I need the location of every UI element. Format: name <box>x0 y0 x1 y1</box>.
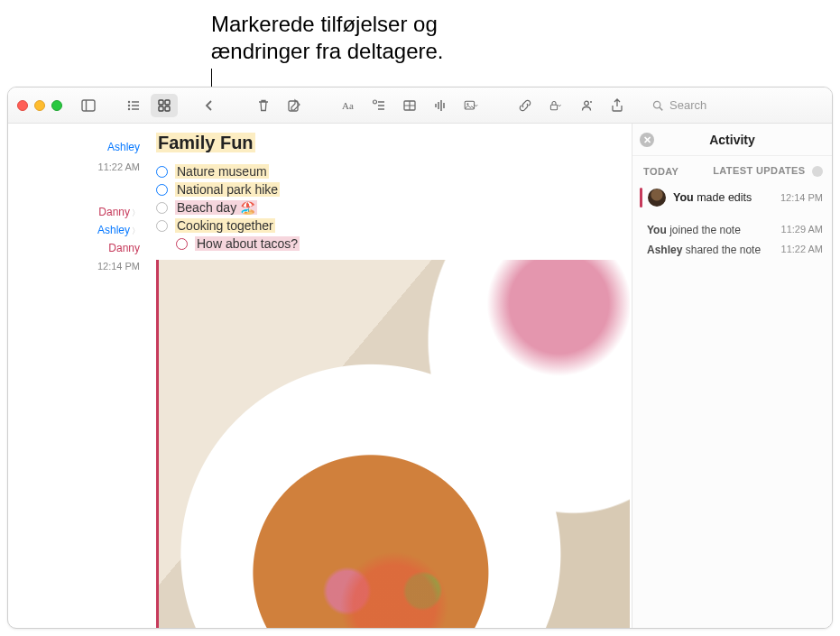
checklist: Nature museum National park hike Beach d… <box>156 162 632 253</box>
svg-rect-11 <box>165 106 170 111</box>
search-placeholder: Search <box>669 98 706 112</box>
format-button[interactable]: Aa <box>335 94 362 117</box>
activity-action: made edits <box>697 191 752 204</box>
waveform-icon <box>433 98 448 113</box>
audio-button[interactable] <box>427 94 454 117</box>
checklist-text[interactable]: Cooking together <box>175 218 275 233</box>
checklist-item[interactable]: Beach day 🏖️ <box>156 198 632 217</box>
svg-point-28 <box>585 101 589 106</box>
toggle-sidebar-button[interactable] <box>75 94 102 117</box>
table-icon <box>402 98 417 113</box>
activity-text: You made edits <box>673 191 780 204</box>
svg-point-30 <box>653 101 660 107</box>
note-title[interactable]: Family Fun <box>156 133 255 152</box>
text-format-icon: Aa <box>341 98 355 113</box>
svg-point-4 <box>128 107 130 109</box>
activity-title: Activity <box>709 133 755 147</box>
checklist-text[interactable]: How about tacos? <box>195 236 300 251</box>
activity-subheader: TODAY LATEST UPDATES <box>632 156 832 182</box>
attr-time: 12:14 PM <box>97 261 140 272</box>
checkbox-icon[interactable] <box>176 238 188 250</box>
activity-panel: ✕ Activity TODAY LATEST UPDATES You made… <box>632 124 832 628</box>
checklist-item[interactable]: Cooking together <box>156 217 632 235</box>
activity-header: ✕ Activity <box>632 124 832 156</box>
window-controls <box>17 100 62 111</box>
svg-point-26 <box>466 103 468 105</box>
checkbox-icon[interactable] <box>156 220 168 232</box>
activity-line[interactable]: You joined the note 11:29 AM <box>632 220 832 240</box>
checklist-item[interactable]: National park hike <box>156 180 632 198</box>
activity-time: 12:14 PM <box>780 192 823 203</box>
chevron-right-icon[interactable] <box>812 166 823 177</box>
checklist-button[interactable] <box>365 94 392 117</box>
collaborate-button[interactable] <box>573 94 600 117</box>
lock-button[interactable] <box>542 94 569 117</box>
activity-who: Ashley <box>647 244 682 256</box>
svg-rect-10 <box>159 106 163 111</box>
window-body: Ashley 11:22 AM Danny〉 Ashley〉 Danny 12:… <box>8 124 832 628</box>
attr-name[interactable]: Ashley <box>107 141 140 153</box>
activity-who: You <box>647 224 667 236</box>
notes-window: Aa Search <box>7 87 833 629</box>
attr-name[interactable]: Ashley <box>97 224 130 236</box>
svg-point-2 <box>128 100 130 102</box>
share-button[interactable] <box>604 94 631 117</box>
list-view-button[interactable] <box>120 94 147 117</box>
svg-rect-9 <box>165 100 170 105</box>
new-note-button[interactable] <box>281 94 308 117</box>
gallery-view-button[interactable] <box>151 94 178 117</box>
checkbox-icon[interactable] <box>156 184 168 196</box>
attribution-gutter: Ashley 11:22 AM Danny〉 Ashley〉 Danny 12:… <box>8 124 149 628</box>
callout-text: Markerede tilføjelser og ændringer fra d… <box>211 11 443 65</box>
lock-icon <box>549 98 563 113</box>
sidebar-icon <box>81 98 96 113</box>
checklist-text[interactable]: Beach day 🏖️ <box>175 200 257 215</box>
checklist-icon <box>372 98 386 113</box>
checkbox-icon[interactable] <box>156 166 168 178</box>
svg-rect-0 <box>82 100 95 111</box>
media-button[interactable] <box>457 94 485 117</box>
activity-time: 11:22 AM <box>781 244 823 256</box>
trash-icon <box>256 98 271 113</box>
callout-line2: ændringer fra deltagere. <box>211 39 443 63</box>
checkbox-icon[interactable] <box>156 202 168 214</box>
chevron-right-icon: 〉 <box>132 226 140 235</box>
attr-name[interactable]: Danny <box>108 242 140 254</box>
checklist-item[interactable]: Nature museum <box>156 162 632 180</box>
note-editor[interactable]: Family Fun Nature museum National park h… <box>149 124 632 628</box>
callout-line1: Markerede tilføjelser og <box>211 12 438 36</box>
minimize-window-button[interactable] <box>34 100 45 111</box>
activity-time: 11:29 AM <box>781 224 823 236</box>
activity-item[interactable]: You made edits 12:14 PM <box>632 182 832 213</box>
compose-icon <box>287 98 301 113</box>
activity-action: joined the note <box>669 224 741 236</box>
checklist-item[interactable]: How about tacos? <box>156 235 632 253</box>
zoom-window-button[interactable] <box>51 100 62 111</box>
svg-point-29 <box>590 101 592 103</box>
search-field[interactable]: Search <box>642 98 823 112</box>
close-activity-button[interactable]: ✕ <box>640 133 654 147</box>
checklist-text[interactable]: Nature museum <box>175 164 269 179</box>
link-icon <box>518 98 532 113</box>
activity-accent-bar <box>640 188 642 207</box>
list-icon <box>126 98 141 113</box>
attr-name[interactable]: Danny <box>98 206 130 218</box>
svg-text:Aa: Aa <box>342 100 354 111</box>
checklist-text[interactable]: National park hike <box>175 182 280 197</box>
svg-line-32 <box>660 106 662 109</box>
chevron-right-icon: 〉 <box>132 208 140 217</box>
chevron-left-icon <box>202 98 217 113</box>
link-button[interactable] <box>512 94 539 117</box>
back-button[interactable] <box>196 94 223 117</box>
delete-button[interactable] <box>250 94 277 117</box>
activity-who: You <box>673 191 694 204</box>
activity-line[interactable]: Ashley shared the note 11:22 AM <box>632 240 832 260</box>
svg-rect-8 <box>159 100 163 105</box>
table-button[interactable] <box>396 94 423 117</box>
svg-point-3 <box>128 104 130 106</box>
svg-rect-27 <box>550 105 557 110</box>
search-icon <box>651 99 664 112</box>
note-image[interactable] <box>156 260 630 628</box>
latest-updates-label[interactable]: LATEST UPDATES <box>713 165 805 176</box>
close-window-button[interactable] <box>17 100 28 111</box>
